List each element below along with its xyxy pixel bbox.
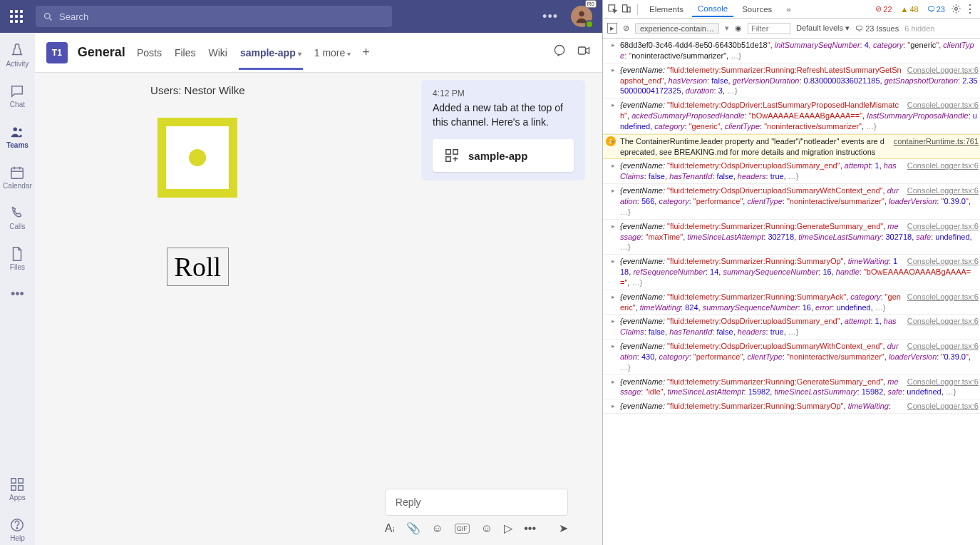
console-row[interactable]: ConsoleLogger.tsx:6▸{eventName: "fluid:t… (603, 340, 980, 375)
rail-files[interactable]: Files (0, 243, 35, 274)
presence-badge (585, 20, 594, 29)
console-row[interactable]: ConsoleLogger.tsx:6▸{eventName: "fluid:t… (603, 375, 980, 400)
search-icon (43, 11, 53, 22)
tab-wiki[interactable]: Wiki (207, 36, 228, 70)
search-box[interactable]: Search (36, 6, 392, 27)
svg-rect-10 (19, 479, 23, 483)
reply-input[interactable]: Reply (385, 489, 568, 516)
channel-name: General (78, 45, 125, 60)
chevron-down-icon: ▾ (347, 50, 351, 58)
send-icon[interactable]: ➤ (559, 521, 568, 535)
context-selector[interactable]: experience-contain… (635, 23, 719, 34)
svg-rect-21 (623, 5, 627, 12)
hidden-count: 6 hidden (904, 24, 934, 33)
console-warning-row[interactable]: 2containerRuntime.ts:761▸The ContainerRu… (603, 134, 980, 160)
users-label: Users: Nestor Wilke (49, 84, 346, 96)
meet-icon[interactable] (577, 44, 591, 61)
inspect-icon[interactable] (607, 4, 618, 14)
user-avatar[interactable]: R0 (571, 6, 592, 27)
more-icon[interactable]: ••• (542, 9, 558, 24)
console-row[interactable]: ConsoleLogger.tsx:6▸{eventName: "fluid:t… (603, 98, 980, 134)
rail-activity[interactable]: Activity (0, 40, 35, 71)
device-icon[interactable] (621, 4, 631, 14)
channel-header: T1 General Posts Files Wiki sample-app▾ … (35, 33, 602, 73)
rail-apps[interactable]: Apps (0, 474, 35, 504)
add-tab-button[interactable]: + (362, 45, 370, 60)
clear-console-icon[interactable]: ⊘ (623, 24, 629, 33)
console-row[interactable]: ▸68dd3ef0-3c46-4dd4-8e50-66430b51de18", … (603, 39, 980, 63)
tab-more[interactable]: 1 more▾ (313, 36, 353, 70)
issues-link[interactable]: 🗨 23 Issues (855, 24, 899, 33)
tab-link-card[interactable]: sample-app (433, 139, 574, 172)
message-body: Added a new tab at the top of this chann… (433, 101, 574, 129)
compose-area: Reply Aᵢ 📎 ☺ GIF ☺ ▷ ••• ➤ (368, 482, 585, 545)
settings-icon[interactable] (951, 4, 961, 14)
svg-point-3 (14, 128, 18, 132)
rail-calls[interactable]: Calls (0, 203, 35, 233)
dt-tab-more[interactable]: » (780, 2, 796, 16)
svg-rect-11 (11, 486, 16, 490)
svg-point-0 (45, 13, 51, 19)
format-icon[interactable]: Aᵢ (385, 521, 395, 535)
app-icon (444, 148, 460, 163)
rail-teams[interactable]: Teams (0, 121, 35, 152)
svg-rect-17 (446, 150, 450, 154)
eye-icon[interactable]: ◉ (735, 24, 742, 33)
svg-point-23 (955, 8, 958, 11)
tab-files[interactable]: Files (173, 36, 197, 70)
stream-icon[interactable]: ▷ (504, 521, 512, 535)
app-canvas: Users: Nestor Wilke Roll (35, 73, 361, 545)
console-row[interactable]: ConsoleLogger.tsx:6▸{eventName: "fluid:t… (603, 399, 980, 414)
attach-icon[interactable]: 📎 (406, 521, 421, 535)
console-row[interactable]: ConsoleLogger.tsx:6▸{eventName: "fluid:t… (603, 184, 980, 220)
tab-sample-app[interactable]: sample-app▾ (239, 36, 303, 70)
dt-tab-console[interactable]: Console (692, 1, 733, 17)
teams-topbar: Search ••• R0 (0, 0, 602, 33)
app-launcher-icon[interactable] (10, 10, 23, 23)
svg-rect-5 (11, 168, 24, 179)
system-message: 4:12 PM Added a new tab at the top of th… (421, 80, 585, 180)
app-rail: Activity Chat Teams Calendar Calls Files… (0, 33, 35, 545)
emoji-icon[interactable]: ☺ (432, 522, 443, 535)
dt-tab-elements[interactable]: Elements (644, 2, 689, 16)
sticker-icon[interactable]: ☺ (481, 522, 492, 535)
svg-rect-12 (19, 486, 23, 490)
svg-point-14 (17, 528, 18, 529)
devtools-panel: Elements Console Sources » ⊘22 ▲48 🗨23 ⋮… (602, 0, 980, 545)
dice-face (158, 118, 237, 198)
svg-rect-19 (446, 157, 450, 161)
console-row[interactable]: ConsoleLogger.tsx:6▸{eventName: "fluid:t… (603, 159, 980, 184)
console-log[interactable]: ▸68dd3ef0-3c46-4dd4-8e50-66430b51de18", … (603, 39, 980, 545)
console-play-icon[interactable]: ▸ (607, 23, 617, 34)
error-count[interactable]: ⊘22 (872, 4, 894, 14)
devtools-tabbar: Elements Console Sources » ⊘22 ▲48 🗨23 ⋮ (603, 0, 980, 19)
rail-help[interactable]: Help (0, 514, 35, 545)
info-count[interactable]: 🗨23 (924, 5, 948, 14)
dice-pip (189, 149, 206, 166)
dt-tab-sources[interactable]: Sources (736, 2, 778, 16)
rail-chat[interactable]: Chat (0, 81, 35, 111)
svg-point-2 (579, 11, 584, 16)
rail-more[interactable]: ••• (0, 284, 35, 305)
console-row[interactable]: ConsoleLogger.tsx:6▸{eventName: "fluid:t… (603, 255, 980, 290)
console-row[interactable]: ConsoleLogger.tsx:6▸{eventName: "fluid:t… (603, 290, 980, 315)
gif-icon[interactable]: GIF (455, 524, 470, 534)
console-row[interactable]: ConsoleLogger.tsx:6▸{eventName: "fluid:t… (603, 315, 980, 340)
console-row[interactable]: ConsoleLogger.tsx:6▸{eventName: "fluid:t… (603, 63, 980, 99)
tab-posts[interactable]: Posts (135, 36, 163, 70)
svg-rect-22 (627, 7, 630, 12)
rail-calendar[interactable]: Calendar (0, 162, 35, 193)
svg-point-4 (19, 128, 22, 131)
roll-button[interactable]: Roll (167, 248, 229, 286)
filter-input[interactable] (748, 23, 790, 34)
svg-rect-18 (453, 150, 458, 154)
svg-line-1 (49, 18, 51, 20)
dt-menu-icon[interactable]: ⋮ (964, 2, 976, 16)
warn-count[interactable]: ▲48 (898, 5, 922, 14)
levels-selector[interactable]: Default levels ▾ (796, 24, 850, 33)
chat-icon[interactable] (552, 44, 567, 61)
more-compose-icon[interactable]: ••• (524, 522, 536, 535)
console-row[interactable]: ConsoleLogger.tsx:6▸{eventName: "fluid:t… (603, 220, 980, 255)
svg-rect-9 (11, 479, 16, 483)
chevron-down-icon: ▾ (298, 50, 301, 58)
